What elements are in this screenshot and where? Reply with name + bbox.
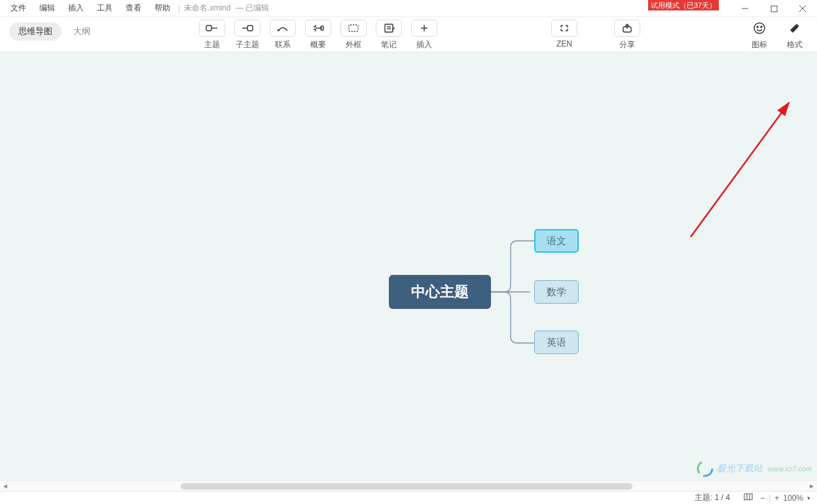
horizontal-scrollbar[interactable]: ◄ ► — [0, 480, 817, 491]
child-topic-node[interactable]: 数学 — [534, 280, 579, 304]
relationship-button[interactable]: 联系 — [267, 20, 299, 50]
view-outline-tab[interactable]: 大纲 — [69, 22, 94, 41]
menu-view[interactable]: 查看 — [119, 0, 148, 16]
topic-label: 主题 — [204, 39, 220, 50]
map-icon — [743, 492, 753, 501]
window-controls — [731, 0, 817, 17]
svg-point-18 — [761, 26, 762, 27]
svg-rect-1 — [771, 6, 777, 12]
view-switch: 思维导图 大纲 — [0, 17, 94, 41]
scrollbar-thumb[interactable] — [181, 483, 632, 490]
boundary-icon — [347, 24, 360, 33]
menu-help[interactable]: 帮助 — [148, 0, 177, 16]
format-button[interactable]: 格式 — [779, 20, 810, 50]
trial-mode-badge[interactable]: 试用模式（已37天） — [648, 0, 719, 10]
boundary-button[interactable]: 外框 — [338, 20, 369, 50]
menu-insert[interactable]: 插入 — [62, 0, 90, 16]
window-minimize-button[interactable] — [731, 0, 759, 17]
zen-icon — [558, 24, 571, 33]
share-icon — [621, 23, 634, 33]
iconset-label: 图标 — [752, 39, 767, 50]
svg-rect-10 — [385, 24, 393, 32]
share-button[interactable]: 分享 — [611, 20, 643, 50]
share-label: 分享 — [619, 39, 635, 50]
canvas-area[interactable]: 中心主题 语文 数学 英语 ◄ ► 极光下载站 www.xz7.com — [0, 52, 817, 491]
menu-bar: 文件 编辑 插入 工具 查看 帮助 | 未命名.xmind — 已编辑 试用模式… — [0, 0, 817, 17]
subtopic-icon — [241, 24, 254, 33]
menu-file[interactable]: 文件 — [4, 0, 33, 16]
toolbar: 思维导图 大纲 主题 子主题 联系 概要 外框 笔记 插入 — [0, 17, 817, 52]
zen-button[interactable]: ZEN — [549, 20, 580, 48]
window-close-button[interactable] — [788, 0, 817, 17]
child-topic-node[interactable]: 英语 — [534, 331, 579, 354]
menu-separator: | — [178, 4, 180, 13]
svg-point-16 — [754, 23, 765, 33]
format-label: 格式 — [787, 39, 803, 50]
central-topic-node[interactable]: 中心主题 — [389, 275, 491, 309]
svg-point-17 — [757, 26, 758, 27]
zoom-divider: | — [769, 494, 771, 503]
minimize-icon — [741, 5, 749, 12]
connector-lines — [491, 229, 537, 360]
zen-label: ZEN — [556, 39, 572, 48]
notes-button[interactable]: 笔记 — [373, 20, 405, 50]
iconset-button[interactable]: 图标 — [744, 20, 775, 50]
insert-button[interactable]: 插入 — [408, 20, 440, 50]
svg-rect-4 — [206, 26, 211, 31]
menu-tools[interactable]: 工具 — [90, 0, 119, 16]
paint-icon — [788, 21, 802, 35]
file-name: 未命名.xmind — [184, 3, 230, 14]
map-overview-button[interactable] — [743, 492, 753, 503]
maximize-icon — [771, 5, 778, 12]
zoom-out-button[interactable]: − — [760, 494, 765, 503]
scroll-right-icon[interactable]: ► — [807, 481, 817, 491]
topic-count: 主题: 1 / 4 — [695, 492, 730, 503]
view-mindmap-tab[interactable]: 思维导图 — [9, 22, 62, 41]
notes-label: 笔记 — [381, 39, 397, 50]
relationship-icon — [276, 24, 289, 33]
svg-rect-9 — [349, 25, 358, 31]
boundary-label: 外框 — [346, 39, 361, 50]
scroll-left-icon[interactable]: ◄ — [0, 481, 10, 491]
topic-button[interactable]: 主题 — [196, 20, 228, 50]
window-maximize-button[interactable] — [759, 0, 788, 17]
menu-edit[interactable]: 编辑 — [33, 0, 62, 16]
summary-label: 概要 — [310, 39, 326, 50]
summary-icon — [312, 24, 325, 33]
child-topic-node[interactable]: 语文 — [534, 229, 579, 253]
zoom-in-button[interactable]: + — [774, 494, 779, 503]
status-bar: 主题: 1 / 4 − | + 100% ▾ — [0, 491, 817, 504]
insert-label: 插入 — [416, 39, 432, 50]
notes-icon — [382, 24, 395, 33]
summary-button[interactable]: 概要 — [302, 20, 334, 50]
subtopic-button[interactable]: 子主题 — [232, 20, 263, 50]
smiley-icon — [752, 21, 767, 35]
subtopic-label: 子主题 — [236, 39, 259, 50]
zoom-dropdown-icon[interactable]: ▾ — [807, 495, 810, 501]
file-edit-status: — 已编辑 — [233, 3, 269, 14]
relationship-label: 联系 — [275, 39, 291, 50]
close-icon — [799, 5, 807, 12]
plus-icon — [418, 24, 431, 33]
topic-icon — [206, 24, 219, 33]
zoom-level[interactable]: 100% — [783, 494, 803, 503]
svg-rect-7 — [247, 26, 253, 31]
